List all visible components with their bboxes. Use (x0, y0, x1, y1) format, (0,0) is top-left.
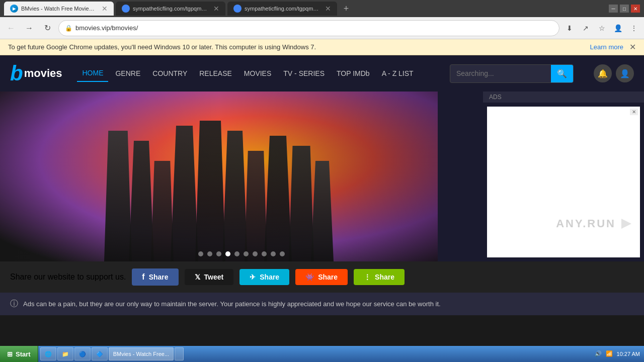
title-bar: ▶ BMvies - Watch Free Movies and T... ✕ … (0, 0, 644, 17)
system-clock: 10:27 AM (617, 350, 640, 357)
browser-nav-bar: ← → ↻ 🔒 bmovies.vip/bmovies/ ⬇ ↗ ☆ 👤 ⋮ (0, 17, 644, 39)
sharethis-share-button[interactable]: ⋮ Share (354, 269, 405, 285)
hero-dot-4[interactable] (234, 251, 239, 256)
hero-dot-2[interactable] (216, 251, 221, 256)
telegram-share-button[interactable]: ✈ Share (239, 269, 289, 285)
learn-more-link[interactable]: Learn more (590, 43, 623, 51)
reddit-icon: 👾 (305, 273, 314, 281)
minimize-button[interactable]: ─ (609, 5, 618, 13)
telegram-share-label: Share (260, 273, 279, 281)
chrome-icon: 🔵 (79, 351, 86, 357)
taskbar-chrome-icon[interactable]: 🔵 (74, 347, 91, 360)
network-icon[interactable]: 📶 (606, 350, 613, 357)
address-text: bmovies.vip/bmovies/ (75, 24, 553, 32)
hero-dot-5[interactable] (244, 251, 249, 256)
search-box: 🔍 (450, 64, 574, 83)
notification-icon[interactable]: 🔔 (594, 64, 612, 82)
ads-content: ✕ (487, 107, 640, 257)
facebook-icon: f (142, 273, 144, 282)
taskbar-items: 🌐 📁 🔵 🔷 BMvies - Watch Free... (38, 346, 591, 362)
hero-dot-6[interactable] (253, 251, 258, 256)
update-banner-close[interactable]: ✕ (629, 42, 636, 52)
nav-genre[interactable]: GENRE (110, 65, 145, 81)
tab-title-bmovies: BMvies - Watch Free Movies and T... (21, 6, 97, 12)
menu-icon[interactable]: ⋮ (628, 22, 640, 34)
folder-icon: 📁 (62, 351, 69, 357)
tab-favicon-3 (233, 5, 242, 13)
start-button[interactable]: ⊞ Start (0, 346, 38, 362)
search-button[interactable]: 🔍 (551, 65, 573, 82)
start-label: Start (16, 350, 31, 358)
header-icons: 🔔 👤 (594, 64, 634, 82)
hero-dot-8[interactable] (271, 251, 276, 256)
logo-b-letter: b (10, 63, 23, 84)
nav-home[interactable]: HOME (77, 65, 108, 82)
ads-panel: ADS ✕ (483, 92, 644, 261)
address-bar[interactable]: 🔒 bmovies.vip/bmovies/ (58, 20, 559, 36)
hero-dot-1[interactable] (207, 251, 212, 256)
taskbar: ⊞ Start 🌐 📁 🔵 🔷 BMvies - Watch Free... 🔊… (0, 346, 644, 362)
speaker-icon[interactable]: 🔊 (595, 350, 602, 357)
tab-title-3: sympatheticfling.com/tgpqmx7j04?h... (245, 6, 320, 12)
tab-bmovies[interactable]: ▶ BMvies - Watch Free Movies and T... ✕ (4, 2, 114, 16)
taskbar-item-2[interactable] (175, 347, 184, 360)
hero-dot-3[interactable] (225, 251, 230, 256)
taskbar-right: 🔊 📶 10:27 AM (591, 350, 644, 357)
tab-sympathetic2[interactable]: sympatheticfling.com/tgpqmx7j04?h... ✕ (227, 2, 337, 16)
share-page-icon[interactable]: ↗ (580, 22, 592, 34)
facebook-share-button[interactable]: f Share (132, 268, 178, 286)
maximize-button[interactable]: □ (620, 5, 629, 13)
logo-text: movies (24, 67, 62, 80)
site-logo[interactable]: b movies (10, 63, 62, 84)
facebook-share-label: Share (149, 273, 169, 281)
ads-close-button[interactable]: ✕ (630, 109, 638, 115)
new-tab-button[interactable]: + (339, 2, 353, 16)
ie-icon: 🌐 (45, 351, 52, 357)
update-banner: To get future Google Chrome updates, you… (0, 39, 644, 55)
nav-country[interactable]: COUNTRY (147, 65, 192, 81)
tab-sympathetic1[interactable]: sympatheticfling.com/tgpqmx7j04?h... ✕ (116, 2, 225, 16)
tab-close-2[interactable]: ✕ (213, 5, 219, 13)
browser-nav-icons: ⬇ ↗ ☆ 👤 ⋮ (564, 22, 640, 34)
twitter-share-button[interactable]: 𝕏 Tweet (185, 269, 234, 285)
profile-icon[interactable]: 👤 (612, 22, 624, 34)
ads-label: ADS (483, 92, 644, 103)
info-icon: ⓘ (10, 299, 18, 309)
clock-time: 10:27 AM (617, 350, 640, 357)
bookmark-icon[interactable]: ☆ (596, 22, 608, 34)
forward-button[interactable]: → (22, 21, 36, 35)
hero-dot-9[interactable] (280, 251, 285, 256)
tab-close-3[interactable]: ✕ (325, 5, 331, 13)
hero-dot-0[interactable] (198, 251, 203, 256)
hero-image (0, 92, 438, 261)
nav-top-imdb[interactable]: TOP IMDb (332, 65, 375, 81)
hero-section (0, 92, 483, 261)
update-banner-right: Learn more ✕ (590, 42, 636, 52)
nav-movies[interactable]: MOVIES (239, 65, 276, 81)
tab-close-bmovies[interactable]: ✕ (102, 5, 108, 13)
nav-tv-series[interactable]: TV - SERIES (278, 65, 330, 81)
taskbar-edge-icon[interactable]: 🔷 (92, 347, 108, 360)
taskbar-ie-icon[interactable]: 🌐 (40, 347, 56, 360)
user-icon[interactable]: 👤 (616, 64, 634, 82)
sharethis-share-label: Share (375, 273, 394, 281)
taskbar-folder-icon[interactable]: 📁 (57, 347, 73, 360)
windows-icon: ⊞ (7, 350, 13, 358)
hero-dot-7[interactable] (262, 251, 267, 256)
info-bar: ⓘ Ads can be a pain, but they are our on… (0, 293, 644, 315)
reddit-share-button[interactable]: 👾 Share (295, 269, 348, 285)
reddit-share-label: Share (318, 273, 338, 281)
search-input[interactable] (450, 65, 551, 81)
close-button[interactable]: ✕ (631, 5, 640, 13)
info-message: Ads can be a pain, but they are our only… (23, 300, 441, 308)
update-message: To get future Google Chrome updates, you… (8, 43, 316, 51)
extensions-icon[interactable]: ⬇ (564, 22, 576, 34)
back-button[interactable]: ← (4, 21, 18, 35)
nav-az-list[interactable]: A - Z LIST (377, 65, 419, 81)
sharethis-icon: ⋮ (364, 273, 371, 281)
taskbar-bmovies-item[interactable]: BMvies - Watch Free... (109, 347, 174, 360)
main-content: ADS ✕ ANY.RUN (0, 92, 644, 261)
nav-release[interactable]: RELEASE (194, 65, 237, 81)
site-header: b movies HOME GENRE COUNTRY RELEASE MOVI… (0, 55, 644, 92)
refresh-button[interactable]: ↻ (40, 21, 54, 35)
